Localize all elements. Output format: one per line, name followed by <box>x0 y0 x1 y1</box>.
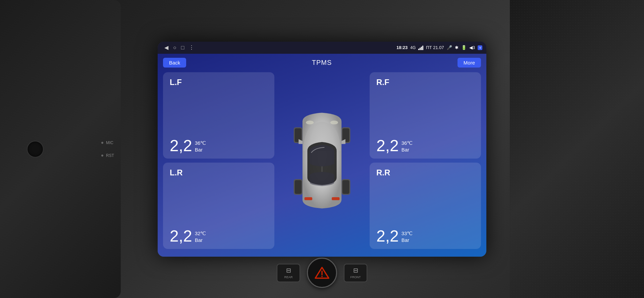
lf-label: L.F <box>170 78 268 87</box>
svg-rect-5 <box>295 180 302 194</box>
status-info: 18:23 4G ПТ 21.07 🎤 ✱ 🔋 ◀3 ∨ <box>396 45 482 50</box>
rf-units: 36℃ Bar <box>401 140 413 154</box>
nav-controls: ◀ ○ □ ⋮ <box>164 44 194 51</box>
rf-temp: 36℃ <box>401 140 413 146</box>
svg-rect-11 <box>305 197 312 200</box>
more-button[interactable]: More <box>458 58 481 68</box>
volume-display: ◀3 <box>469 45 475 50</box>
rr-bar: Bar <box>401 237 413 243</box>
lr-pressure: 2,2 <box>170 228 192 244</box>
tire-grid: L.F 2,2 36℃ Bar <box>163 72 481 249</box>
svg-rect-7 <box>342 180 349 194</box>
dropdown-chevron[interactable]: ∨ <box>478 45 482 50</box>
lr-bar: Bar <box>195 237 206 243</box>
car-center-view <box>278 72 366 249</box>
top-bar: Back TPMS More <box>163 58 481 68</box>
rr-temp: 33℃ <box>401 230 413 237</box>
lr-units: 32℃ Bar <box>195 230 206 244</box>
svg-rect-12 <box>332 197 339 200</box>
emergency-button[interactable] <box>307 258 337 288</box>
lf-bar: Bar <box>195 147 206 153</box>
lf-pressure: 2,2 <box>170 138 192 154</box>
signal-icon: 4G <box>410 45 416 50</box>
rr-label: R.R <box>376 168 474 177</box>
tire-panel-lf: L.F 2,2 36℃ Bar <box>163 72 274 159</box>
tire-panel-lr: L.R 2,2 32℃ Bar <box>163 163 274 249</box>
time-display: 18:23 <box>396 45 408 50</box>
menu-icon[interactable]: ⋮ <box>189 44 194 51</box>
rf-bar: Bar <box>401 147 413 153</box>
car-svg <box>288 107 356 214</box>
date-display: ПТ 21.07 <box>426 45 444 50</box>
svg-point-10 <box>330 120 338 124</box>
svg-rect-3 <box>342 128 349 142</box>
rf-pressure: 2,2 <box>376 138 399 154</box>
lr-readings: 2,2 32℃ Bar <box>170 228 268 244</box>
home-icon[interactable]: ○ <box>173 45 176 51</box>
page-title: TPMS <box>312 59 332 67</box>
rear-defrost-button[interactable]: ⊟ REAR <box>277 264 300 282</box>
lf-readings: 2,2 36℃ Bar <box>170 138 268 154</box>
tire-panel-rr: R.R 2,2 33℃ Bar <box>370 163 481 249</box>
battery-icon: 🔋 <box>461 45 467 50</box>
tpms-main-content: Back TPMS More L.F 2,2 36℃ Bar <box>158 54 486 257</box>
lr-label: L.R <box>170 168 268 177</box>
svg-point-15 <box>321 276 323 277</box>
tablet-screen: ◀ ○ □ ⋮ 18:23 4G ПТ 21.07 🎤 ✱ <box>158 42 486 257</box>
lf-units: 36℃ Bar <box>195 140 206 154</box>
svg-point-9 <box>306 120 314 124</box>
lr-temp: 32℃ <box>195 230 206 237</box>
mic-status-icon: 🎤 <box>447 45 452 50</box>
mic-label: MIC <box>106 140 113 145</box>
back-arrow-icon[interactable]: ◀ <box>164 44 168 51</box>
tire-panel-rf: R.F 2,2 36℃ Bar <box>370 72 481 159</box>
svg-rect-1 <box>295 128 302 142</box>
rr-readings: 2,2 33℃ Bar <box>376 228 474 244</box>
status-bar: ◀ ○ □ ⋮ 18:23 4G ПТ 21.07 🎤 ✱ <box>158 42 486 54</box>
lf-temp: 36℃ <box>195 140 206 146</box>
bluetooth-icon: ✱ <box>455 45 459 50</box>
front-defrost-button[interactable]: ⊟ FRONT <box>344 264 367 282</box>
signal-bars <box>418 45 423 50</box>
rst-label: RST <box>106 153 114 158</box>
rf-label: R.F <box>376 78 474 87</box>
rr-pressure: 2,2 <box>376 228 399 244</box>
recents-icon[interactable]: □ <box>181 45 184 51</box>
rf-readings: 2,2 36℃ Bar <box>376 138 474 154</box>
hazard-icon <box>315 266 329 279</box>
back-button[interactable]: Back <box>163 58 186 68</box>
rr-units: 33℃ Bar <box>401 230 413 244</box>
dashboard-background: MIC RST ◀ ○ □ ⋮ 18:23 4G <box>0 0 644 298</box>
physical-buttons: ⊟ REAR ⊟ FRONT <box>277 258 367 288</box>
